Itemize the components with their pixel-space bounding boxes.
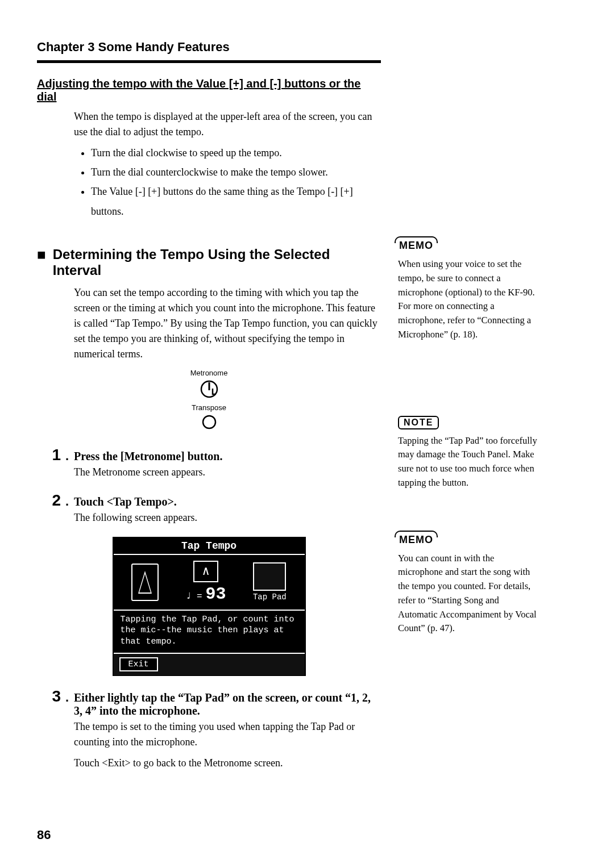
step-text: The Metronome screen appears. [74, 465, 381, 480]
note-text: Tapping the “Tap Pad” too forcefully may… [398, 434, 540, 490]
screen-title: Tap Tempo [114, 538, 305, 555]
chapter-heading: Chapter 3 Some Handy Features [37, 40, 381, 55]
bullet-item: Turn the dial clockwise to speed up the … [91, 143, 381, 162]
step: 2 . Touch <Tap Tempo>. The following scr… [37, 491, 381, 525]
metronome-icon [131, 564, 159, 601]
square-bullet-icon: ■ [37, 247, 46, 263]
rule [37, 60, 381, 63]
step-dot: . [65, 449, 74, 464]
note-badge: NOTE [398, 416, 439, 429]
beat-icon: ∧ [193, 561, 218, 582]
tap-pad-button[interactable] [253, 562, 286, 591]
tap-tempo-screen: Tap Tempo ∧ ♩ = 93 Tap Pad Tapping the T… [113, 537, 306, 677]
section-title: Determining the Tempo Using the Selected… [53, 247, 381, 278]
screen-instructions: Tapping the Tap Pad, or count into the m… [114, 611, 305, 654]
step: 3 . Either lightly tap the “Tap Pad” on … [37, 687, 381, 750]
exit-instruction: Touch <Exit> to go back to the Metronome… [74, 756, 381, 771]
step: 1 . Press the [Metronome] button. The Me… [37, 446, 381, 480]
step-number: 2 [37, 491, 65, 510]
diagram-label-top: Metronome [37, 369, 381, 377]
button-diagram: Metronome Transpose [37, 369, 381, 435]
step-dot: . [65, 494, 74, 509]
transpose-button-icon [201, 414, 218, 433]
bullet-list: Turn the dial clockwise to speed up the … [91, 143, 381, 221]
step-title: Press the [Metronome] button. [74, 450, 381, 463]
step-dot: . [65, 690, 74, 705]
bullet-item: The Value [-] [+] buttons do the same th… [91, 182, 381, 220]
metronome-button-icon [199, 379, 219, 402]
bpm-value: 93 [206, 585, 226, 604]
intro-paragraph: When the tempo is displayed at the upper… [74, 109, 381, 140]
step-number: 1 [37, 446, 65, 464]
memo-badge: MEMO [398, 239, 434, 253]
memo-badge: MEMO [398, 533, 434, 547]
diagram-label-bottom: Transpose [37, 403, 381, 412]
page-number: 86 [37, 828, 51, 842]
memo-text: When using your voice to set the tempo, … [398, 257, 540, 342]
step-number: 3 [37, 687, 65, 706]
step-title: Touch <Tap Tempo>. [74, 495, 381, 508]
section-heading: ■ Determining the Tempo Using the Select… [37, 247, 381, 278]
memo-text: You can count in with the microphone and… [398, 552, 540, 636]
subsection-heading: Adjusting the tempo with the Value [+] a… [37, 77, 381, 103]
beat-indicator: ∧ ♩ = 93 [186, 561, 226, 604]
exit-button[interactable]: Exit [119, 657, 158, 671]
step-title: Either lightly tap the “Tap Pad” on the … [74, 691, 381, 717]
svg-point-1 [203, 416, 215, 428]
bpm-prefix: ♩ = [186, 590, 202, 602]
section-body: You can set the tempo according to the t… [74, 285, 381, 362]
tap-pad-label: Tap Pad [253, 592, 287, 602]
bullet-item: Turn the dial counterclockwise to make t… [91, 162, 381, 182]
step-text: The following screen appears. [74, 510, 381, 525]
step-text: The tempo is set to the timing you used … [74, 719, 381, 750]
